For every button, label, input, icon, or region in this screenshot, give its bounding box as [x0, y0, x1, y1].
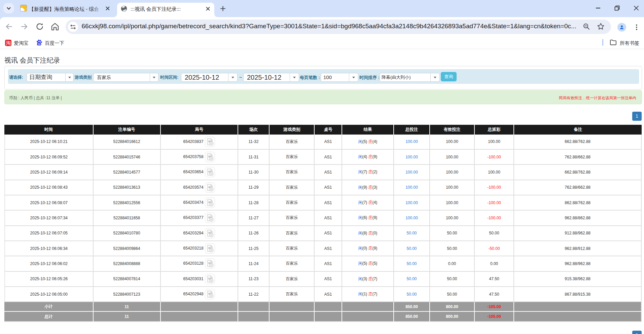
svg-text:du: du [38, 43, 40, 45]
